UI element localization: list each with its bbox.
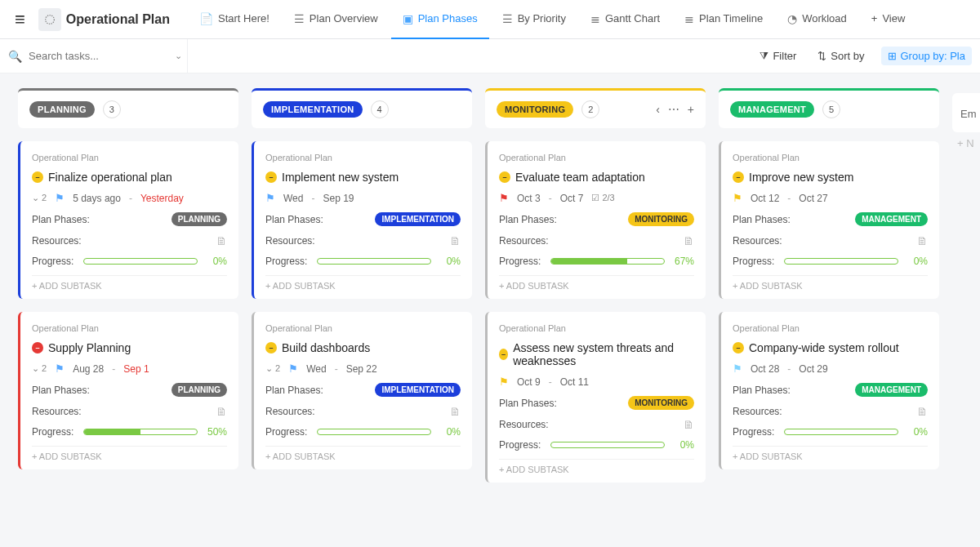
phase-pill: IMPLEMENTATION	[375, 212, 461, 226]
attachment-icon[interactable]: 🗎	[683, 234, 694, 247]
task-card[interactable]: Operational Plan – Implement new system …	[252, 141, 472, 299]
column-management: MANAGEMENT 5 Operational Plan – Improve …	[719, 88, 939, 483]
list-icon: ☰	[502, 12, 513, 25]
attachment-icon[interactable]: 🗎	[216, 234, 227, 247]
add-subtask-button[interactable]: + ADD SUBTASK	[733, 275, 928, 291]
column-header-management[interactable]: MANAGEMENT 5	[719, 88, 939, 128]
add-subtask-button[interactable]: + ADD SUBTASK	[499, 275, 694, 291]
progress-bar[interactable]	[784, 429, 898, 435]
progress-value: 0%	[438, 256, 461, 267]
attachment-icon[interactable]: 🗎	[916, 234, 928, 247]
column-pill: PLANNING	[29, 101, 95, 118]
progress-row: Progress: 0%	[733, 256, 928, 267]
progress-row: Progress: 0%	[265, 256, 461, 267]
column-planning: PLANNING 3 Operational Plan – Finalize o…	[18, 88, 238, 483]
add-subtask-button[interactable]: + ADD SUBTASK	[265, 275, 461, 291]
date-start: Aug 28	[73, 363, 104, 375]
phase-pill: MANAGEMENT	[855, 383, 928, 397]
column-header-planning[interactable]: PLANNING 3	[18, 88, 238, 128]
card-breadcrumb: Operational Plan	[32, 323, 227, 333]
tab-gantt[interactable]: ≣Gantt Chart	[579, 0, 671, 39]
task-card[interactable]: Operational Plan – Supply Planning ⌄ 2⚑A…	[18, 312, 238, 469]
status-icon[interactable]: –	[499, 349, 508, 360]
progress-row: Progress: 0%	[499, 439, 694, 451]
phase-pill: MANAGEMENT	[855, 212, 928, 226]
progress-bar[interactable]	[83, 258, 198, 265]
flag-icon: ⚑	[733, 192, 742, 204]
chevron-down-icon[interactable]: ⌄	[175, 51, 182, 61]
attachment-icon[interactable]: 🗎	[449, 234, 461, 247]
progress-bar[interactable]	[317, 258, 431, 265]
date-end: Sep 19	[323, 193, 354, 204]
attachment-icon[interactable]: 🗎	[683, 418, 694, 431]
status-icon[interactable]: –	[32, 342, 43, 354]
filter-button[interactable]: ⧩Filter	[755, 47, 801, 66]
column-extra: Em + N	[952, 88, 980, 483]
search-input[interactable]	[29, 50, 168, 62]
add-subtask-button[interactable]: + ADD SUBTASK	[499, 459, 694, 474]
subtask-count: ⌄ 2	[32, 193, 47, 203]
groupby-button[interactable]: ⊞Group by: Pla	[881, 47, 973, 65]
add-subtask-button[interactable]: + ADD SUBTASK	[265, 446, 461, 461]
search-box[interactable]: 🔍 ⌄	[8, 39, 188, 73]
attachment-icon[interactable]: 🗎	[449, 405, 461, 418]
attachment-icon[interactable]: 🗎	[216, 405, 227, 418]
phase-row: Plan Phases: MONITORING	[499, 396, 694, 410]
date-start: Wed	[283, 193, 303, 204]
project-icon[interactable]	[38, 8, 61, 31]
timeline-icon: ≣	[684, 12, 694, 25]
task-title: – Finalize operational plan	[32, 171, 227, 184]
meta-row: ⚑Oct 9-Oct 11	[499, 376, 694, 388]
task-title: – Supply Planning	[32, 341, 227, 354]
checklist-indicator: ☑ 2/3	[591, 193, 614, 203]
date-end: Oct 27	[799, 193, 827, 204]
progress-bar[interactable]	[784, 258, 898, 265]
progress-bar[interactable]	[83, 429, 198, 435]
tab-plan-overview[interactable]: ☰Plan Overview	[283, 0, 390, 39]
tab-by-priority[interactable]: ☰By Priority	[491, 0, 577, 39]
task-card[interactable]: Operational Plan – Evaluate team adaptat…	[485, 141, 706, 299]
more-icon[interactable]: ⋯	[668, 103, 679, 116]
add-subtask-button[interactable]: + ADD SUBTASK	[32, 275, 227, 291]
phase-row: Plan Phases: PLANNING	[32, 383, 227, 397]
tab-plan-phases[interactable]: ▣Plan Phases	[391, 0, 489, 39]
menu-icon[interactable]: ≡	[7, 6, 33, 33]
subtask-count: ⌄ 2	[32, 363, 47, 374]
task-card[interactable]: Operational Plan – Company-wide system r…	[719, 312, 939, 469]
column-header-implementation[interactable]: IMPLEMENTATION 4	[252, 88, 472, 128]
task-card[interactable]: Operational Plan – Improve new system ⚑O…	[719, 141, 939, 299]
column-count: 2	[581, 100, 599, 118]
tab-workload[interactable]: ◔Workload	[776, 0, 858, 39]
status-icon[interactable]: –	[499, 171, 510, 183]
status-icon[interactable]: –	[733, 171, 744, 183]
column-header-extra[interactable]: Em	[952, 93, 980, 132]
column-header-monitoring[interactable]: MONITORING 2 ‹ ⋯ +	[485, 88, 706, 128]
task-card[interactable]: Operational Plan – Assess new system thr…	[485, 312, 706, 483]
sort-button[interactable]: ⇅Sort by	[813, 47, 869, 65]
column-pill: MANAGEMENT	[730, 101, 814, 118]
attachment-icon[interactable]: 🗎	[916, 405, 928, 418]
progress-row: Progress: 67%	[499, 256, 694, 267]
collapse-icon[interactable]: ‹	[656, 103, 660, 116]
status-icon[interactable]: –	[265, 342, 277, 354]
progress-bar[interactable]	[550, 258, 665, 265]
add-subtask-button[interactable]: + ADD SUBTASK	[733, 446, 928, 461]
status-icon[interactable]: –	[265, 171, 277, 183]
add-card-button[interactable]: + N	[952, 132, 980, 149]
task-card[interactable]: Operational Plan – Build dashboards ⌄ 2⚑…	[252, 312, 472, 469]
phase-pill: PLANNING	[172, 383, 227, 397]
tab-timeline[interactable]: ≣Plan Timeline	[673, 0, 774, 39]
status-icon[interactable]: –	[733, 342, 744, 354]
progress-bar[interactable]	[550, 442, 665, 448]
date-end: Oct 29	[799, 363, 827, 375]
plus-icon[interactable]: +	[688, 103, 694, 116]
task-card[interactable]: Operational Plan – Finalize operational …	[18, 141, 238, 299]
add-view-button[interactable]: +View	[860, 0, 917, 39]
flag-icon: ⚑	[288, 362, 298, 375]
tab-start-here[interactable]: 📄Start Here!	[188, 0, 281, 39]
status-icon[interactable]: –	[32, 171, 43, 183]
progress-bar[interactable]	[317, 429, 431, 435]
add-subtask-button[interactable]: + ADD SUBTASK	[32, 446, 227, 461]
meta-row: ⚑Wed-Sep 19	[265, 192, 461, 204]
meta-row: ⚑Oct 28-Oct 29	[733, 362, 928, 375]
